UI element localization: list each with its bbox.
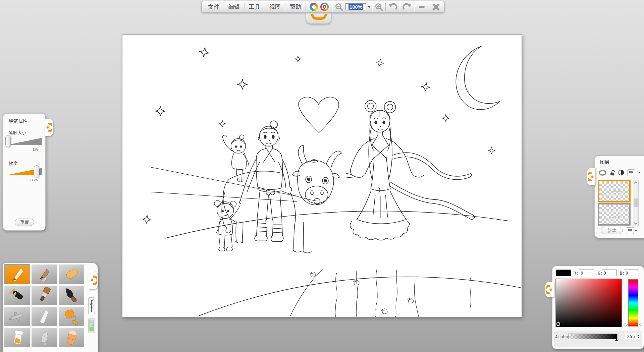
tool-flat-brush[interactable] (32, 286, 57, 305)
layers-panel-handle[interactable] (587, 168, 595, 185)
fountain-pen-tool-icon (7, 287, 27, 304)
canvas-artwork (122, 35, 522, 317)
spin-down-icon[interactable] (637, 337, 639, 338)
chevron-down-icon[interactable] (635, 230, 637, 231)
tool-grid (4, 265, 85, 347)
close-button[interactable] (429, 1, 443, 12)
tool-fountain-pen[interactable] (4, 286, 30, 305)
tool-paint-jar[interactable] (4, 328, 30, 347)
bamboo-page-button[interactable] (88, 297, 95, 314)
softness-slider[interactable] (6, 167, 42, 176)
undo-button[interactable] (386, 1, 400, 12)
tool-ink-brush[interactable] (59, 286, 84, 305)
hue-marker-right-icon[interactable] (639, 322, 642, 327)
layer-menu-button[interactable] (627, 169, 635, 176)
child-on-ox (222, 135, 249, 182)
orange-handle-icon (588, 172, 594, 182)
tool-charcoal-pencil[interactable] (32, 265, 57, 284)
layer-preview-strokes (599, 204, 629, 224)
menu-edit[interactable]: 编辑 (224, 1, 244, 12)
zoom-level-field[interactable]: 100% (345, 3, 366, 10)
redo-button[interactable] (400, 1, 414, 12)
ink-brush-tool-icon (61, 287, 82, 304)
chevron-down-icon[interactable] (638, 172, 640, 173)
paint-jar-tool-icon (7, 329, 27, 346)
layer-thumbnail[interactable] (598, 203, 631, 226)
layer-visibility-icon[interactable] (599, 170, 606, 176)
zoom-in-icon (375, 3, 383, 11)
menu-tools[interactable]: 工具 (245, 1, 265, 12)
current-color-swatch[interactable] (556, 270, 571, 276)
layer-preview-strokes (599, 181, 629, 201)
alpha-value: 255 (625, 334, 636, 339)
zoom-in-button[interactable] (372, 1, 385, 12)
orange-handle-icon (546, 285, 552, 295)
softness-label: 软度 (9, 161, 17, 167)
moon (456, 46, 499, 110)
alpha-slider[interactable] (568, 334, 618, 339)
charcoal-tool-icon (34, 266, 54, 283)
mascot-right-eye-icon (320, 3, 329, 11)
mascot-left-eye-icon (310, 3, 318, 11)
spin-up-icon[interactable] (637, 335, 639, 336)
color-picker-panel: R: 0 G: 0 B: 0 Alpha 255 (552, 266, 644, 349)
zoom-out-button[interactable] (332, 1, 345, 12)
green-value-field[interactable]: 0 (602, 270, 617, 276)
red-label: R: (574, 271, 578, 276)
mascot-smile-icon (311, 14, 327, 20)
red-value-field[interactable]: 0 (579, 270, 594, 276)
layer-menu-button[interactable] (626, 227, 634, 234)
gallery-page-button[interactable] (88, 318, 95, 333)
mascot-smile-tab[interactable] (306, 12, 331, 24)
menu-help[interactable]: 帮助 (285, 1, 306, 12)
brush-size-slider[interactable] (6, 137, 42, 146)
minimize-button[interactable] (414, 1, 429, 12)
blue-value-field[interactable]: 0 (624, 270, 639, 276)
layers-bottom-menu[interactable] (626, 227, 637, 234)
minimize-icon (419, 6, 425, 8)
hue-marker-left-icon[interactable] (625, 322, 628, 327)
pencil-tool-icon (7, 266, 27, 283)
zoom-out-icon (335, 3, 343, 11)
reset-button[interactable]: 重置 (15, 219, 34, 226)
tool-paint-roller[interactable] (59, 307, 84, 326)
airbrush-tool-icon (7, 308, 27, 325)
top-toolbar: 文件 编辑 工具 视图 帮助 100% (201, 1, 445, 13)
color-picker-handle[interactable] (545, 282, 554, 297)
tool-palette-knife[interactable] (32, 307, 57, 326)
flat-brush-tool-icon (34, 287, 54, 304)
brush-size-thumb[interactable] (5, 135, 11, 147)
spinner-arrows[interactable] (636, 333, 640, 340)
pencil-panel-handle[interactable] (45, 119, 53, 136)
orange-handle-icon (91, 275, 97, 285)
saturation-value-square[interactable] (555, 279, 622, 327)
alpha-label: Alpha (555, 334, 568, 339)
tool-pencil[interactable] (4, 265, 30, 284)
tool-leaf-pen[interactable] (32, 328, 57, 347)
tool-palette-handle[interactable] (88, 271, 98, 289)
tool-airbrush[interactable] (4, 307, 30, 326)
scrollbar-thumb[interactable] (634, 198, 638, 207)
zoom-level-value: 100% (348, 4, 363, 10)
tool-palette-panel (3, 263, 98, 352)
hue-strip[interactable] (628, 279, 638, 327)
layer-lock-icon[interactable] (609, 170, 615, 176)
orange-handle-icon (46, 122, 52, 132)
drawing-canvas[interactable] (122, 35, 522, 317)
tool-pastel-stick[interactable] (59, 265, 84, 284)
softness-thumb[interactable] (34, 165, 39, 177)
layer-thumbnail[interactable] (598, 180, 631, 202)
alpha-spinner[interactable]: 255 (625, 333, 640, 340)
layer-opacity-icon[interactable] (618, 170, 624, 176)
tool-eraser[interactable] (59, 328, 84, 347)
scroll-up-icon[interactable] (633, 181, 638, 184)
weaver-girl (346, 101, 475, 240)
scroll-down-icon[interactable] (633, 222, 638, 225)
new-layer-button[interactable]: 新建 (601, 227, 623, 234)
pencil-properties-panel: 铅笔属性 笔触大小 1% 软度 86% 重置 (3, 113, 46, 231)
menu-file[interactable]: 文件 (204, 1, 224, 12)
alpha-marker-icon[interactable] (615, 339, 618, 341)
zoom-dropdown-button[interactable] (366, 3, 372, 11)
layers-scrollbar[interactable] (633, 180, 639, 226)
menu-view[interactable]: 视图 (265, 1, 285, 12)
